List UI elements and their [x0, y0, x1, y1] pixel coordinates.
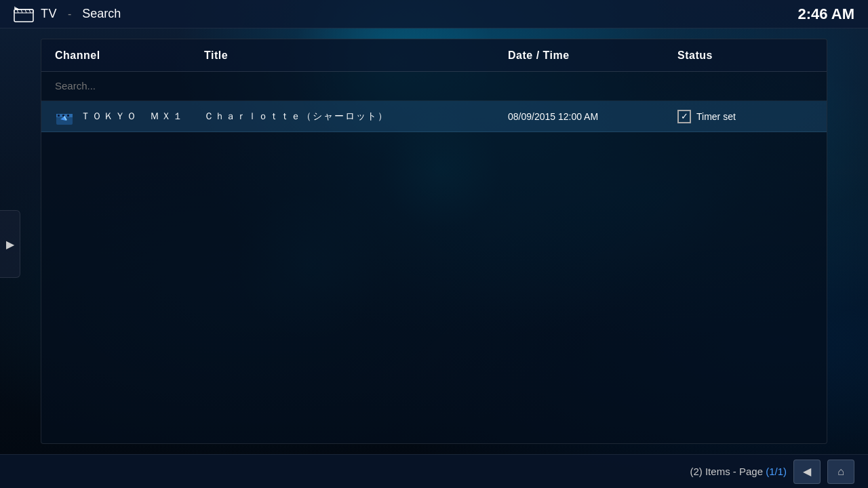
app-title: TV	[41, 7, 57, 21]
header-bar: TV - Search 2:46 AM	[0, 0, 868, 28]
channel-cell: ＴＯＫＹＯ ＭＸ１	[55, 107, 204, 126]
side-nav-button[interactable]: ▶	[0, 210, 20, 278]
svg-rect-0	[14, 9, 33, 22]
channel-icon	[55, 107, 74, 126]
program-datetime: 08/09/2015 12:00 AM	[508, 111, 677, 122]
footer-bar: (2) Items - Page (1/1) ◀ ⌂	[0, 454, 868, 488]
clock-display: 2:46 AM	[797, 5, 854, 23]
col-title: Title	[204, 49, 508, 62]
svg-rect-12	[67, 115, 69, 117]
channel-name: ＴＯＫＹＯ ＭＸ１	[81, 110, 184, 123]
col-status: Status	[677, 49, 813, 62]
timer-checkbox: ✓	[677, 110, 691, 123]
search-input[interactable]	[55, 80, 258, 92]
page-title: Search	[82, 7, 121, 21]
items-count: (2) Items - Page	[690, 466, 766, 477]
items-text: (2) Items - Page (1/1)	[690, 466, 787, 477]
svg-rect-10	[58, 115, 60, 117]
col-datetime: Date / Time	[508, 49, 677, 62]
side-nav-arrow-icon: ▶	[6, 238, 14, 251]
header-separator: -	[68, 8, 71, 20]
home-icon: ⌂	[837, 466, 844, 478]
table-row[interactable]: ＴＯＫＹＯ ＭＸ１ Ｃｈａｒｌｏｔｔｅ（シャーロット） 08/09/2015 1…	[41, 101, 827, 132]
search-row[interactable]	[41, 72, 827, 101]
home-button[interactable]: ⌂	[827, 460, 854, 484]
timer-status-label: Timer set	[696, 111, 736, 122]
main-panel: Channel Title Date / Time Status ＴＯＫＹＯ Ｍ…	[41, 39, 827, 444]
tv-icon	[14, 6, 34, 22]
status-cell: ✓ Timer set	[677, 110, 813, 123]
page-info: (1/1)	[766, 466, 787, 477]
back-button[interactable]: ◀	[793, 460, 821, 484]
header-left: TV - Search	[14, 6, 121, 22]
program-title: Ｃｈａｒｌｏｔｔｅ（シャーロット）	[204, 110, 508, 123]
back-icon: ◀	[803, 465, 811, 478]
table-header: Channel Title Date / Time Status	[41, 39, 827, 72]
col-channel: Channel	[55, 49, 204, 62]
